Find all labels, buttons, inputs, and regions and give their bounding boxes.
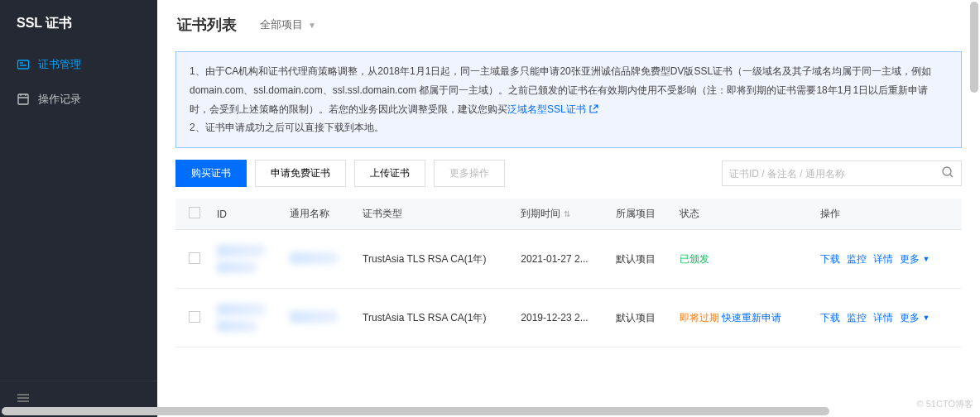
apply-free-button[interactable]: 申请免费证书 (255, 160, 346, 187)
page-header: 证书列表 全部项目 ▼ (157, 0, 980, 46)
scrollbar-vertical[interactable] (970, 2, 978, 93)
more-actions-button[interactable]: 更多操作 (434, 160, 505, 187)
nav-label: 证书管理 (38, 57, 81, 72)
redacted (217, 320, 257, 332)
search-icon[interactable] (941, 165, 954, 181)
notice-line1: 1、由于CA机构和证书代理商策略调整，从2018年1月1日起，同一主域最多只能申… (190, 62, 948, 118)
action-2[interactable]: 详情 (873, 312, 893, 324)
svg-point-2 (943, 167, 951, 175)
row-checkbox[interactable] (189, 252, 200, 264)
redacted (290, 252, 338, 264)
cell-cert-type: TrustAsia TLS RSA CA(1年) (354, 289, 512, 348)
search-input[interactable] (729, 168, 941, 180)
wildcard-ssl-link[interactable]: 泛域名型SSL证书 (507, 100, 598, 119)
col-expire[interactable]: 到期时间⇅ (512, 199, 607, 230)
action-0[interactable]: 下载 (820, 253, 840, 265)
cell-status: 即将过期 快速重新申请 (671, 289, 813, 348)
cell-project: 默认项目 (608, 230, 671, 289)
cert-table: ID 通用名称 证书类型 到期时间⇅ 所属项目 状态 操作 TrustAsia … (175, 199, 962, 348)
table-row: TrustAsia TLS RSA CA(1年) 2019-12-23 2...… (175, 289, 962, 348)
nav-item-op-log[interactable]: 操作记录 (0, 82, 157, 117)
scrollbar-horizontal[interactable] (2, 407, 829, 415)
cell-expire: 2019-12-23 2... (512, 289, 607, 348)
action-2[interactable]: 详情 (873, 253, 893, 265)
notice-line2: 2、证书申请成功之后可以直接下载到本地。 (190, 118, 948, 137)
quick-reapply-link[interactable]: 快速重新申请 (722, 312, 781, 324)
action-0[interactable]: 下载 (820, 312, 840, 324)
chevron-down-icon: ▼ (922, 314, 930, 322)
col-checkbox (175, 199, 209, 230)
cert-icon (17, 58, 30, 71)
col-id: ID (209, 199, 281, 230)
cell-status: 已颁发 (671, 230, 813, 289)
redacted (217, 304, 265, 315)
collapse-icon[interactable] (17, 393, 30, 405)
nav-item-cert-manage[interactable]: 证书管理 (0, 47, 157, 82)
action-more[interactable]: 更多▼ (900, 311, 930, 325)
sidebar-nav: 证书管理 操作记录 (0, 47, 157, 381)
chevron-down-icon: ▼ (922, 255, 930, 263)
cell-id (209, 289, 281, 348)
search-box[interactable] (722, 161, 962, 186)
col-project: 所属项目 (608, 199, 671, 230)
project-selector[interactable]: 全部项目 ▼ (260, 17, 316, 32)
svg-rect-1 (18, 94, 28, 104)
col-status: 状态 (671, 199, 813, 230)
redacted (217, 261, 257, 273)
sort-icon: ⇅ (564, 209, 570, 218)
action-1[interactable]: 监控 (847, 253, 867, 265)
toolbar: 购买证书 申请免费证书 上传证书 更多操作 (157, 160, 980, 199)
col-common-name: 通用名称 (281, 199, 354, 230)
cell-action: 下载监控详情更多▼ (812, 289, 962, 348)
chevron-down-icon: ▼ (308, 21, 316, 30)
cell-cert-type: TrustAsia TLS RSA CA(1年) (354, 230, 512, 289)
col-action: 操作 (812, 199, 962, 230)
sidebar: SSL 证书 证书管理 操作记录 (0, 0, 157, 417)
upload-cert-button[interactable]: 上传证书 (354, 160, 425, 187)
notice-banner: 1、由于CA机构和证书代理商策略调整，从2018年1月1日起，同一主域最多只能申… (175, 51, 962, 148)
cell-id (209, 230, 281, 289)
cell-common-name (281, 230, 354, 289)
log-icon (17, 93, 30, 106)
col-cert-type: 证书类型 (354, 199, 512, 230)
sidebar-title: SSL 证书 (0, 0, 157, 47)
table-header-row: ID 通用名称 证书类型 到期时间⇅ 所属项目 状态 操作 (175, 199, 962, 230)
cell-action: 下载监控详情更多▼ (812, 230, 962, 289)
external-link-icon (588, 104, 598, 114)
cell-project: 默认项目 (608, 289, 671, 348)
redacted (290, 311, 338, 323)
nav-label: 操作记录 (38, 92, 81, 107)
project-label: 全部项目 (260, 17, 303, 32)
row-checkbox[interactable] (189, 311, 200, 323)
status-badge: 即将过期 (680, 312, 719, 324)
action-more[interactable]: 更多▼ (900, 252, 930, 266)
redacted (217, 245, 265, 256)
table-row: TrustAsia TLS RSA CA(1年) 2021-01-27 2...… (175, 230, 962, 289)
main-content: 证书列表 全部项目 ▼ 1、由于CA机构和证书代理商策略调整，从2018年1月1… (157, 0, 980, 417)
buy-cert-button[interactable]: 购买证书 (175, 160, 247, 187)
svg-rect-0 (18, 60, 29, 69)
cell-common-name (281, 289, 354, 348)
status-badge: 已颁发 (680, 253, 709, 265)
action-1[interactable]: 监控 (847, 312, 867, 324)
page-title: 证书列表 (177, 15, 237, 35)
watermark: © 51CTO博客 (917, 398, 973, 410)
select-all-checkbox[interactable] (189, 207, 200, 218)
cell-expire: 2021-01-27 2... (512, 230, 607, 289)
